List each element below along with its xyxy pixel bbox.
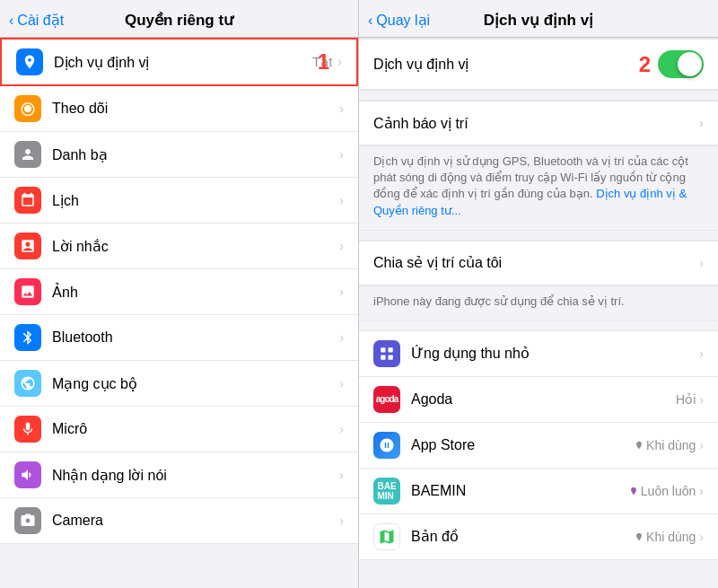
left-item-micro[interactable]: Micrô› [0,407,358,452]
share-description: iPhone này đang được sử dụng để chia sẻ … [359,286,718,321]
right-content: Dịch vụ định vị 2 Cảnh báo vị trí › Dịch… [359,38,718,588]
left-item-camera[interactable]: Camera› [0,498,358,544]
tracking-label: Theo dõi [52,101,339,117]
right-back-label: Quay lại [376,12,430,29]
location-description: Dịch vụ định vị sử dụng GPS, Bluetooth v… [359,146,718,231]
maps-app-label: Bản đồ [411,528,635,545]
app-item-agoda[interactable]: agodaAgodaHỏi› [359,377,718,423]
contacts-label: Danh bạ [52,146,339,163]
left-item-local-network[interactable]: Mạng cục bộ› [0,361,358,407]
left-item-speech[interactable]: Nhận dạng lời nói› [0,452,358,498]
appstore-status: Khi dùng [635,438,696,452]
left-item-bluetooth[interactable]: Bluetooth› [0,315,358,361]
right-panel: ‹ Quay lại Dịch vụ định vị Dịch vụ định … [359,0,718,588]
agoda-app-icon: agoda [373,386,400,413]
apps-list: Ứng dụng thu nhỏ›agodaAgodaHỏi›App Store… [359,330,718,560]
baemin-chevron: › [699,484,704,498]
widgets-chevron: › [699,347,704,361]
app-item-widgets[interactable]: Ứng dụng thu nhỏ› [359,330,718,377]
micro-label: Micrô [52,421,339,437]
camera-icon [14,507,41,534]
bluetooth-chevron: › [339,330,344,345]
micro-chevron: › [339,422,344,436]
left-item-calendar[interactable]: Lịch› [0,178,358,224]
photos-icon [14,278,41,305]
left-back-button[interactable]: ‹ Cài đặt [9,12,64,29]
appstore-app-icon [373,432,400,459]
agoda-status-text: Hỏi [676,392,696,407]
baemin-status: Luôn luôn [629,484,696,498]
local-network-icon [14,370,41,397]
widgets-app-label: Ứng dụng thu nhỏ [411,345,699,362]
location-chevron: › [337,55,342,69]
camera-label: Camera [52,513,339,529]
left-back-chevron: ‹ [9,13,13,29]
maps-chevron: › [699,530,704,544]
local-network-label: Mạng cục bộ [52,375,339,392]
svg-rect-1 [389,347,393,352]
tracking-chevron: › [339,101,344,116]
maps-status: Khi dùng [635,530,696,544]
bluetooth-label: Bluetooth [52,329,339,346]
maps-app-icon [373,523,400,550]
left-item-photos[interactable]: Ảnh› [0,269,358,315]
micro-icon [14,416,41,443]
agoda-chevron: › [699,392,704,407]
contacts-icon [14,141,41,168]
calendar-label: Lịch [52,192,339,209]
right-title: Dịch vụ định vị [484,11,593,30]
widgets-app-icon [373,340,400,367]
contacts-chevron: › [339,147,344,162]
baemin-app-label: BAEMIN [411,483,629,499]
alert-chevron: › [699,116,704,130]
app-item-appstore[interactable]: App StoreKhi dùng› [359,423,718,469]
reminders-label: Lời nhắc [52,238,339,255]
left-item-contacts[interactable]: Danh bạ› [0,132,358,178]
location-label: Dịch vụ định vị [54,54,312,71]
photos-chevron: › [339,285,344,299]
left-item-tracking[interactable]: Theo dõi› [0,86,358,132]
annotation-1: 1 [318,49,329,75]
left-back-label: Cài đặt [17,12,64,29]
left-title: Quyền riêng tư [125,11,233,30]
baemin-app-icon: BAEMIN [373,478,400,505]
left-item-reminders[interactable]: Lời nhắc› [0,224,358,269]
reminders-icon [14,233,41,259]
location-toggle[interactable] [658,50,704,78]
photos-label: Ảnh [52,284,339,301]
agoda-app-label: Agoda [411,391,676,408]
speech-chevron: › [339,468,344,482]
svg-rect-2 [381,355,385,359]
left-item-location[interactable]: Dịch vụ định vịTắt1› [0,38,358,86]
appstore-status-text: Khi dùng [646,438,696,452]
right-back-button[interactable]: ‹ Quay lại [368,12,430,29]
left-panel: ‹ Cài đặt Quyền riêng tư Dịch vụ định vị… [0,0,359,588]
reminders-chevron: › [339,239,344,253]
location-toggle-label: Dịch vụ định vị [373,56,639,73]
share-label: Chia sẻ vị trí của tôi [373,254,699,271]
baemin-status-text: Luôn luôn [641,484,696,498]
app-item-baemin[interactable]: BAEMINBAEMINLuôn luôn› [359,469,718,514]
left-nav-header: ‹ Cài đặt Quyền riêng tư [0,0,358,38]
app-item-maps[interactable]: Bản đồKhi dùng› [359,514,718,560]
appstore-app-label: App Store [411,437,635,453]
alert-label: Cảnh báo vị trí [373,115,699,132]
left-settings-list: Dịch vụ định vịTắt1›Theo dõi›Danh bạ›Lịc… [0,38,358,588]
annotation-2: 2 [639,52,651,77]
alert-row[interactable]: Cảnh báo vị trí › [359,101,718,145]
camera-chevron: › [339,513,344,528]
left-section: Dịch vụ định vịTắt1›Theo dõi›Danh bạ›Lịc… [0,38,358,544]
appstore-chevron: › [699,438,704,452]
calendar-icon [14,187,41,214]
svg-rect-0 [381,347,385,352]
share-row[interactable]: Chia sẻ vị trí của tôi › [359,241,718,285]
local-network-chevron: › [339,376,344,391]
right-nav-header: ‹ Quay lại Dịch vụ định vị [359,0,718,38]
speech-label: Nhận dạng lời nói [52,467,339,484]
share-chevron: › [699,256,704,270]
calendar-chevron: › [339,193,344,207]
svg-rect-3 [389,355,393,359]
right-back-chevron: ‹ [368,13,372,29]
maps-status-text: Khi dùng [646,530,696,544]
agoda-status: Hỏi [676,392,696,407]
